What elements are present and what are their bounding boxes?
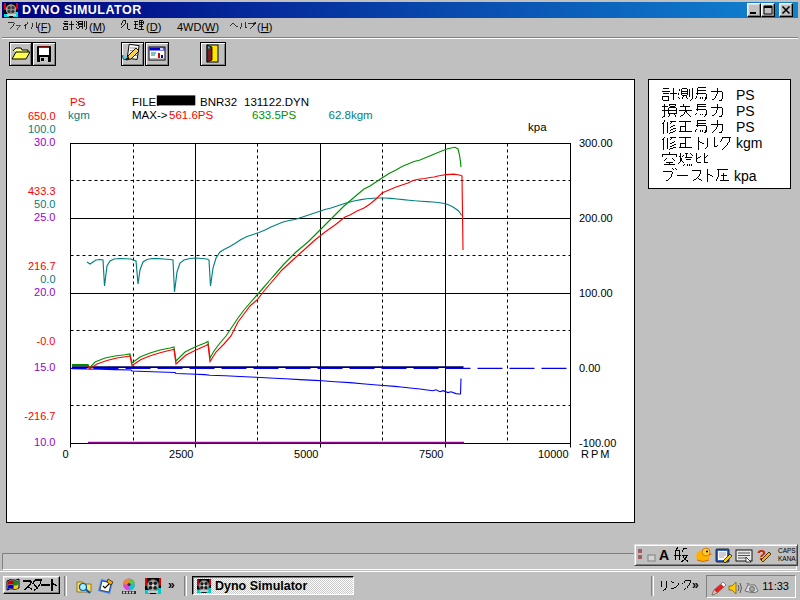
svg-text:561.6PS: 561.6PS [169, 109, 213, 121]
svg-text:(F): (F) [37, 21, 51, 33]
svg-text:MAX->: MAX-> [132, 109, 168, 121]
svg-text:25.0: 25.0 [34, 211, 55, 223]
svg-text:BNR32: BNR32 [200, 96, 237, 108]
svg-text:0.00: 0.00 [579, 362, 600, 374]
svg-text:kpa: kpa [734, 168, 757, 184]
svg-text:PS: PS [736, 87, 755, 103]
svg-text:A: A [659, 547, 669, 563]
svg-text:650.0: 650.0 [28, 110, 56, 122]
svg-text:216.7: 216.7 [28, 260, 56, 272]
svg-text:PS: PS [736, 103, 755, 119]
svg-text:15.0: 15.0 [34, 361, 55, 373]
svg-text:633.5PS: 633.5PS [252, 109, 296, 121]
svg-text:62.8kgm: 62.8kgm [329, 109, 373, 121]
svg-text:10.0: 10.0 [34, 436, 55, 448]
svg-text:FILE:: FILE: [132, 96, 159, 108]
svg-text:20.0: 20.0 [34, 286, 55, 298]
svg-text:-216.7: -216.7 [24, 410, 55, 422]
svg-text:0.0: 0.0 [40, 273, 55, 285]
svg-text:RPM: RPM [581, 448, 611, 460]
svg-text:5000: 5000 [294, 448, 318, 460]
svg-text:-0.0: -0.0 [37, 335, 56, 347]
svg-text:50.0: 50.0 [34, 198, 55, 210]
svg-text:131122.DYN: 131122.DYN [244, 96, 309, 108]
svg-text:433.3: 433.3 [28, 185, 56, 197]
svg-text:10000: 10000 [538, 448, 569, 460]
svg-text:kpa: kpa [528, 121, 547, 133]
svg-text:300.00: 300.00 [579, 137, 613, 149]
svg-text:30.0: 30.0 [34, 136, 55, 148]
svg-text:100.00: 100.00 [579, 287, 613, 299]
svg-text:(M): (M) [89, 21, 106, 33]
svg-text:(D): (D) [146, 21, 161, 33]
svg-text:0: 0 [62, 448, 68, 460]
svg-text:200.00: 200.00 [579, 212, 613, 224]
svg-text:PS: PS [70, 96, 86, 108]
svg-text:(H): (H) [257, 21, 272, 33]
svg-text:7500: 7500 [419, 448, 443, 460]
svg-text:4WD(W): 4WD(W) [177, 21, 219, 33]
svg-text:2500: 2500 [169, 448, 193, 460]
svg-text:PS: PS [736, 119, 755, 135]
svg-text:CAPS: CAPS [778, 547, 796, 554]
svg-text:KANA: KANA [778, 555, 796, 562]
svg-text:kgm: kgm [68, 109, 90, 121]
svg-text:kgm: kgm [736, 135, 762, 151]
svg-text:100.0: 100.0 [28, 123, 56, 135]
